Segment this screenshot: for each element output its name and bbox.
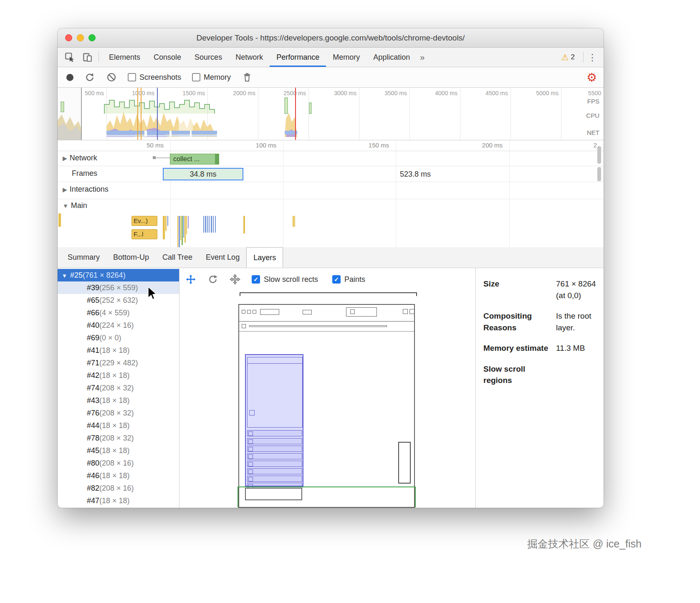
detail-panel-tab[interactable]: Summary <box>61 247 106 268</box>
pan-mode-icon[interactable] <box>185 274 196 285</box>
viewport-bound-line <box>415 486 416 507</box>
layer-id: #76 <box>87 409 99 417</box>
rotate-mode-icon[interactable] <box>207 274 218 285</box>
layer-tree-item[interactable]: #42(18 × 18) <box>58 369 179 382</box>
layer-id: #82 <box>87 484 99 492</box>
flame-time-label: 150 ms <box>283 140 396 151</box>
paints-toggle[interactable]: Paints <box>332 275 365 284</box>
warning-count: 2 <box>571 53 575 61</box>
screenshots-checkbox[interactable] <box>128 73 136 81</box>
frames-track-header[interactable]: Frames <box>72 169 97 178</box>
layer-tree-item[interactable]: #47(18 × 18) <box>58 494 179 507</box>
kebab-menu-icon[interactable]: ⋮ <box>588 52 597 63</box>
flame-time-label: 200 ms <box>396 140 509 151</box>
reload-and-record-icon[interactable] <box>84 72 95 83</box>
detail-panel-tab[interactable]: Bottom-Up <box>106 247 156 268</box>
wireframe-footer-rect <box>245 488 302 500</box>
layer-tree-item[interactable]: #74(208 × 32) <box>58 382 179 394</box>
console-warnings-button[interactable]: ⚠ 2 <box>561 52 575 62</box>
flame-time-label: 50 ms <box>58 140 170 151</box>
layer-id: #39 <box>87 284 99 292</box>
flame-chart[interactable]: 50 ms100 ms150 ms200 ms2 ▶Network Frames… <box>58 140 604 247</box>
scrollbar-thumb[interactable] <box>597 146 601 164</box>
device-toolbar-icon[interactable] <box>82 52 93 63</box>
devtools-tab[interactable]: Network <box>229 48 270 67</box>
layer-tree-item[interactable]: #69(0 × 0) <box>58 332 179 344</box>
devtools-tab[interactable]: Application <box>366 48 417 67</box>
layer-size: (224 × 16) <box>99 321 134 329</box>
layer-tree-item[interactable]: #41(18 × 18) <box>58 344 179 357</box>
detail-panel-tab[interactable]: Layers <box>246 247 283 268</box>
detail-label: Slow scroll regions <box>483 363 553 386</box>
layer-id: #47 <box>87 497 99 505</box>
layer-tree-item[interactable]: #40(224 × 16) <box>58 319 179 332</box>
devtools-tab[interactable]: Elements <box>102 48 147 67</box>
network-request-chip[interactable]: collect ... <box>170 154 219 165</box>
overview-left-handle[interactable] <box>58 88 82 140</box>
layer-id: #45 <box>87 446 99 455</box>
layer-tree-item[interactable]: #65(252 × 632) <box>58 294 179 307</box>
trash-icon[interactable] <box>242 72 253 83</box>
layer-size: (18 × 18) <box>99 471 130 480</box>
more-tabs-icon[interactable]: » <box>417 53 428 62</box>
timeline-overview[interactable]: 500 ms1000 ms1500 ms2000 ms2500 ms3000 m… <box>58 88 604 140</box>
child-layer-wireframe[interactable] <box>245 354 303 486</box>
paints-checkbox[interactable] <box>332 275 341 284</box>
layer-tree-item[interactable]: #45(18 × 18) <box>58 444 179 457</box>
layer-tree-item[interactable]: #71(229 × 482) <box>58 357 179 369</box>
interactions-track-header[interactable]: ▶Interactions <box>63 185 109 194</box>
layer-tree-item[interactable]: #78(208 × 32) <box>58 432 179 444</box>
slow-scroll-rects-toggle[interactable]: Slow scroll rects <box>252 275 318 284</box>
selected-frame[interactable]: 34.8 ms <box>163 168 243 180</box>
disclosure-collapsed-icon: ▶ <box>63 186 67 193</box>
devtools-tab[interactable]: Memory <box>326 48 366 67</box>
layer-tree: ▼#25(761 × 8264) #39(256 × 559) #65(252 … <box>58 268 179 508</box>
network-track-header[interactable]: ▶Network <box>63 154 97 162</box>
layer-tree-item[interactable]: #43(18 × 18) <box>58 394 179 407</box>
frame-duration-label: 523.8 ms <box>400 168 431 180</box>
layer-tree-item[interactable]: #44(18 × 18) <box>58 419 179 432</box>
clear-recording-icon[interactable] <box>106 72 117 83</box>
layer-tree-item[interactable]: #82(208 × 16) <box>58 482 179 494</box>
devtools-tab[interactable]: Console <box>147 48 188 67</box>
main-track-header[interactable]: ▼Main <box>63 201 87 210</box>
reset-view-icon[interactable] <box>230 274 240 285</box>
record-button[interactable] <box>66 74 73 81</box>
slow-scroll-rects-label: Slow scroll rects <box>264 275 318 284</box>
layer-tree-item[interactable]: #46(18 × 18) <box>58 469 179 482</box>
layer-tree-item[interactable]: #76(208 × 32) <box>58 407 179 419</box>
screenshots-toggle[interactable]: Screenshots <box>128 73 181 82</box>
layer-tree-item[interactable]: #80(208 × 16) <box>58 457 179 469</box>
settings-gear-icon[interactable]: ⚙ <box>586 71 597 84</box>
layer-tree-item[interactable]: #39(256 × 559) <box>58 281 179 294</box>
layers-viewport[interactable]: Slow scroll rects Paints <box>179 268 476 508</box>
detail-panel-tab[interactable]: Event Log <box>199 247 246 268</box>
overview-chart <box>82 88 604 140</box>
layer-tree-item[interactable]: ▼#25(761 × 8264) <box>58 269 179 281</box>
detail-panel-tab[interactable]: Call Tree <box>156 247 199 268</box>
flame-event[interactable]: F...l <box>131 229 157 239</box>
flame-time-ruler: 50 ms100 ms150 ms200 ms2 <box>58 140 604 151</box>
memory-toggle[interactable]: Memory <box>192 73 231 82</box>
layer-size: (18 × 18) <box>99 396 130 405</box>
layer-bounds-bracket <box>240 292 417 296</box>
flame-event[interactable]: Ev...) <box>131 216 157 226</box>
window-title: Developer Tools - https://developers.goo… <box>58 28 604 48</box>
slow-scroll-rects-checkbox[interactable] <box>252 275 260 284</box>
devtools-tab[interactable]: Sources <box>188 48 229 67</box>
layer-tree-item[interactable]: #66(4 × 559) <box>58 307 179 319</box>
layer-id: #42 <box>87 371 99 380</box>
layer-details: Size 761 × 8264 (at 0,0) Compositing Rea… <box>476 268 604 508</box>
network-track <box>58 152 604 166</box>
layer-id: #41 <box>87 346 99 355</box>
layer-id: #46 <box>87 471 99 480</box>
memory-checkbox[interactable] <box>192 73 200 81</box>
wireframe-header <box>239 305 414 322</box>
inspect-element-icon[interactable] <box>64 52 75 63</box>
scrollbar-thumb[interactable] <box>597 167 601 181</box>
network-request-line <box>156 157 170 158</box>
wireframe-subheader <box>239 322 414 332</box>
disclosure-expanded-icon: ▼ <box>63 203 68 209</box>
paints-label: Paints <box>344 275 365 284</box>
devtools-tab[interactable]: Performance <box>270 48 326 67</box>
